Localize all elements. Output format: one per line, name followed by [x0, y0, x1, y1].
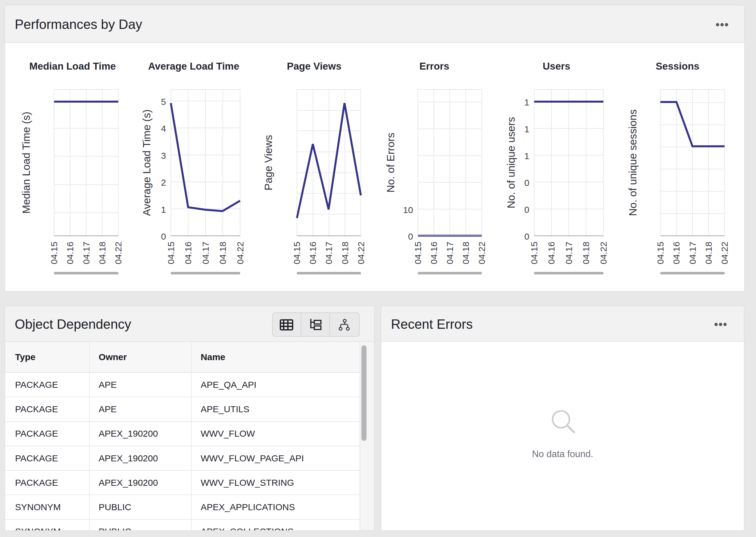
svg-text:Average Load Time: Average Load Time — [148, 61, 240, 72]
svg-text:Sessions: Sessions — [656, 61, 699, 72]
svg-text:1: 1 — [524, 97, 530, 107]
svg-text:04.18: 04.18 — [461, 242, 471, 264]
svg-text:No. of unique sessions: No. of unique sessions — [627, 109, 638, 216]
svg-text:04.16: 04.16 — [671, 242, 681, 264]
svg-text:4: 4 — [161, 124, 166, 134]
svg-text:04.22: 04.22 — [113, 242, 123, 264]
svg-text:0: 0 — [161, 231, 166, 241]
svg-text:Errors: Errors — [419, 61, 449, 72]
svg-text:No. of Errors: No. of Errors — [385, 133, 397, 192]
svg-text:04.16: 04.16 — [65, 242, 75, 264]
svg-text:Page Views: Page Views — [262, 135, 274, 190]
svg-text:04.17: 04.17 — [688, 242, 698, 264]
svg-text:0: 0 — [408, 231, 413, 241]
svg-text:04.17: 04.17 — [564, 242, 574, 264]
svg-text:3: 3 — [161, 151, 166, 161]
svg-text:04.17: 04.17 — [81, 242, 91, 264]
svg-text:10: 10 — [403, 205, 413, 215]
svg-text:0: 0 — [524, 231, 530, 241]
svg-text:04.15: 04.15 — [529, 242, 539, 264]
svg-text:04.18: 04.18 — [340, 242, 350, 264]
svg-text:04.18: 04.18 — [703, 242, 713, 264]
svg-text:Median Load Time (s): Median Load Time (s) — [20, 112, 32, 214]
svg-text:04.18: 04.18 — [581, 242, 591, 264]
svg-text:04.22: 04.22 — [477, 242, 487, 264]
svg-text:04.16: 04.16 — [183, 242, 193, 264]
svg-text:04.16: 04.16 — [429, 242, 439, 264]
svg-text:1: 1 — [524, 124, 530, 134]
svg-text:Average Load Time (s): Average Load Time (s) — [141, 109, 152, 216]
svg-text:04.15: 04.15 — [656, 242, 665, 264]
svg-text:0: 0 — [524, 205, 530, 215]
svg-text:04.18: 04.18 — [97, 242, 107, 264]
svg-text:1: 1 — [161, 205, 166, 215]
svg-text:04.15: 04.15 — [292, 242, 302, 264]
svg-text:04.16: 04.16 — [547, 242, 556, 264]
svg-text:No data found.: No data found. — [532, 449, 593, 459]
svg-text:04.22: 04.22 — [720, 242, 730, 264]
svg-text:04.15: 04.15 — [413, 242, 423, 264]
svg-text:Users: Users — [543, 61, 570, 72]
svg-text:04.22: 04.22 — [235, 242, 245, 264]
svg-text:Median Load Time: Median Load Time — [29, 61, 116, 72]
svg-text:2: 2 — [161, 178, 166, 187]
svg-text:04.15: 04.15 — [166, 242, 176, 264]
svg-text:04.17: 04.17 — [324, 242, 334, 264]
svg-text:04.17: 04.17 — [201, 242, 210, 264]
svg-text:04.22: 04.22 — [598, 242, 608, 264]
svg-text:5: 5 — [161, 97, 166, 107]
svg-text:04.16: 04.16 — [308, 242, 318, 264]
svg-text:Page Views: Page Views — [287, 61, 341, 72]
svg-text:1: 1 — [524, 151, 530, 161]
svg-text:0: 0 — [524, 178, 530, 188]
svg-text:04.15: 04.15 — [49, 242, 59, 264]
svg-text:04.17: 04.17 — [445, 242, 455, 264]
svg-text:04.22: 04.22 — [356, 242, 366, 264]
svg-text:04.18: 04.18 — [218, 242, 228, 264]
svg-text:No. of unique users: No. of unique users — [505, 117, 517, 209]
